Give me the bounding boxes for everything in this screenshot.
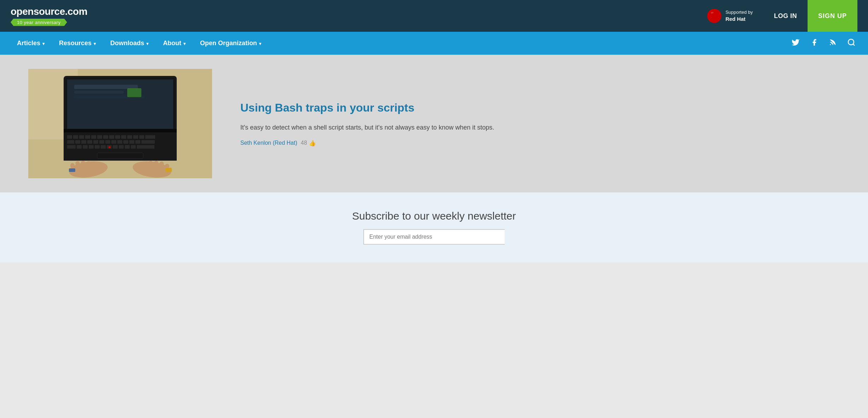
- svg-point-8: [848, 39, 854, 45]
- svg-rect-58: [131, 145, 136, 149]
- svg-rect-45: [129, 140, 134, 144]
- svg-rect-37: [81, 140, 86, 144]
- article-description: It's easy to detect when a shell script …: [240, 123, 840, 133]
- svg-rect-55: [113, 145, 118, 149]
- hero-content: Using Bash traps in your scripts It's ea…: [240, 101, 840, 146]
- svg-rect-31: [127, 135, 132, 139]
- chevron-down-icon: ▾: [183, 41, 186, 46]
- nav-bar: Articles ▾ Resources ▾ Downloads ▾ About…: [0, 32, 868, 55]
- nav-open-org-label: Open Organization: [200, 40, 257, 47]
- nav-articles-label: Articles: [17, 40, 40, 47]
- svg-rect-42: [111, 140, 116, 144]
- svg-rect-47: [141, 140, 155, 144]
- search-icon[interactable]: [845, 36, 857, 50]
- svg-rect-44: [123, 140, 128, 144]
- svg-rect-26: [97, 135, 102, 139]
- newsletter-input-row: [11, 229, 857, 245]
- top-bar: opensource.com 10 year anniversary Suppo…: [0, 0, 868, 32]
- svg-rect-29: [115, 135, 120, 139]
- svg-rect-49: [77, 145, 82, 149]
- redhat-support: Supported by Red Hat: [706, 8, 753, 24]
- newsletter-email-input[interactable]: [363, 229, 505, 245]
- svg-rect-51: [89, 145, 94, 149]
- newsletter-title: Subscribe to our weekly newsletter: [11, 210, 857, 222]
- svg-rect-75: [165, 168, 172, 172]
- svg-rect-22: [73, 135, 78, 139]
- chevron-down-icon: ▾: [94, 41, 96, 46]
- article-author[interactable]: Seth Kenlon (Red Hat): [240, 140, 297, 146]
- svg-rect-18: [127, 88, 141, 97]
- like-count: 48 👍: [301, 140, 316, 147]
- svg-rect-24: [85, 135, 90, 139]
- nav-item-open-organization[interactable]: Open Organization ▾: [194, 32, 268, 55]
- svg-rect-41: [105, 140, 110, 144]
- svg-rect-32: [133, 135, 138, 139]
- svg-rect-28: [109, 135, 114, 139]
- svg-rect-16: [74, 91, 124, 94]
- redhat-logo-icon: [706, 8, 722, 24]
- nav-right: [790, 36, 857, 50]
- svg-rect-65: [81, 161, 85, 171]
- top-right: Supported by Red Hat LOG IN SIGN UP: [706, 0, 857, 32]
- svg-line-9: [853, 44, 855, 45]
- svg-rect-36: [75, 140, 80, 144]
- likes-number: 48: [301, 140, 307, 146]
- chevron-down-icon: ▾: [259, 41, 261, 46]
- site-name[interactable]: opensource.com: [11, 6, 87, 17]
- svg-rect-72: [154, 161, 158, 171]
- svg-rect-27: [103, 135, 108, 139]
- nav-downloads-label: Downloads: [110, 40, 144, 47]
- svg-rect-60: [97, 153, 143, 159]
- support-label: Supported by: [726, 10, 753, 15]
- signup-button[interactable]: SIGN UP: [808, 0, 857, 32]
- svg-rect-59: [137, 145, 154, 149]
- hero-image: [28, 69, 212, 178]
- facebook-icon[interactable]: [809, 37, 820, 50]
- chevron-down-icon: ▾: [42, 41, 45, 46]
- svg-rect-25: [91, 135, 96, 139]
- svg-rect-35: [67, 140, 74, 144]
- nav-resources-label: Resources: [59, 40, 92, 47]
- svg-rect-30: [121, 135, 126, 139]
- support-text: Supported by Red Hat: [726, 10, 753, 22]
- logo-area: opensource.com 10 year anniversary: [11, 6, 87, 26]
- login-button[interactable]: LOG IN: [763, 0, 808, 32]
- svg-rect-48: [67, 145, 76, 149]
- svg-rect-57: [125, 145, 130, 149]
- support-brand: Red Hat: [726, 16, 753, 23]
- svg-point-7: [830, 44, 831, 45]
- nav-item-resources[interactable]: Resources ▾: [53, 32, 102, 55]
- svg-rect-43: [117, 140, 122, 144]
- hero-section: Using Bash traps in your scripts It's ea…: [0, 55, 868, 192]
- nav-item-downloads[interactable]: Downloads ▾: [104, 32, 155, 55]
- article-title[interactable]: Using Bash traps in your scripts: [240, 101, 840, 115]
- anniversary-badge: 10 year anniversary: [11, 19, 67, 26]
- hero-meta: Seth Kenlon (Red Hat) 48 👍: [240, 140, 840, 147]
- nav-left: Articles ▾ Resources ▾ Downloads ▾ About…: [11, 32, 268, 55]
- svg-rect-23: [79, 135, 84, 139]
- rss-icon[interactable]: [827, 37, 838, 50]
- twitter-icon[interactable]: [790, 36, 802, 50]
- nav-item-about[interactable]: About ▾: [157, 32, 192, 55]
- svg-rect-19: [64, 129, 177, 132]
- svg-rect-39: [93, 140, 98, 144]
- svg-rect-50: [83, 145, 88, 149]
- svg-rect-46: [135, 140, 140, 144]
- svg-rect-53: [101, 145, 106, 149]
- svg-rect-40: [99, 140, 104, 144]
- svg-rect-33: [139, 135, 144, 139]
- chevron-down-icon: ▾: [146, 41, 148, 46]
- nav-about-label: About: [163, 40, 181, 47]
- nav-item-articles[interactable]: Articles ▾: [11, 32, 51, 55]
- svg-rect-34: [145, 135, 155, 139]
- newsletter-section: Subscribe to our weekly newsletter: [0, 192, 868, 262]
- svg-rect-52: [95, 145, 100, 149]
- svg-point-61: [108, 146, 111, 148]
- svg-rect-38: [87, 140, 92, 144]
- svg-rect-56: [119, 145, 124, 149]
- thumbs-up-icon[interactable]: 👍: [309, 140, 316, 147]
- svg-rect-21: [67, 135, 72, 139]
- svg-rect-68: [69, 168, 75, 172]
